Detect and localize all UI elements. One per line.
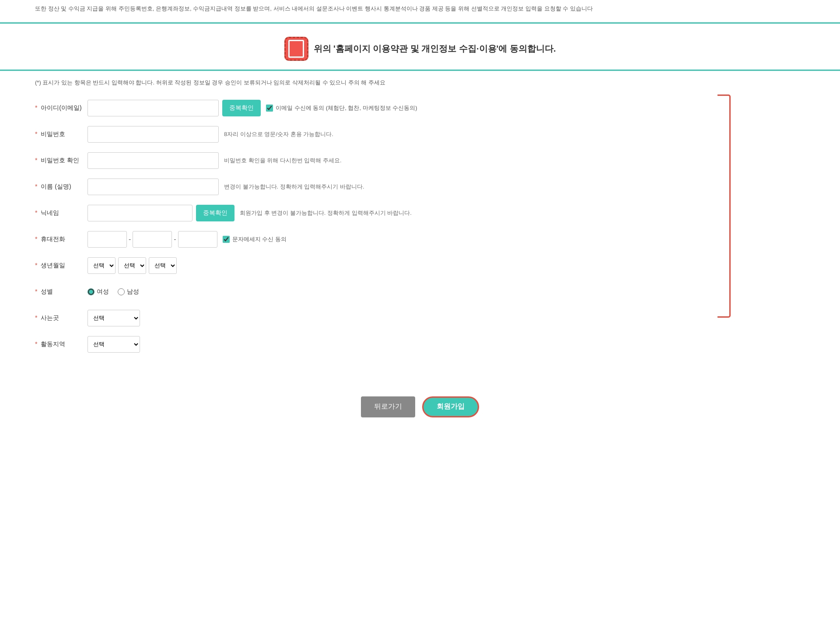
required-notice-text: (*) 표시가 있는 항목은 반드시 입력해야 합니다. 허위로 작성된 정보일… bbox=[35, 79, 385, 86]
birthdate-row: * 생년월일 선택 선택 선택 bbox=[35, 256, 805, 275]
birthdate-month-select[interactable]: 선택 bbox=[118, 257, 146, 274]
form-section: * 아이디(이메일) 중복확인 이메일 수신에 동의 (체험단, 협찬, 마케팅… bbox=[0, 95, 840, 379]
password-label: * 비밀번호 bbox=[35, 130, 88, 138]
password-confirm-hint: 비밀번호 확인을 위해 다시한번 입력해 주세요. bbox=[224, 157, 342, 165]
phone-part3-input[interactable] bbox=[178, 231, 217, 248]
password-confirm-row: * 비밀번호 확인 비밀번호 확인을 위해 다시한번 입력해 주세요. bbox=[35, 151, 805, 170]
nickname-input[interactable] bbox=[88, 205, 192, 221]
gender-male-item[interactable]: 남성 bbox=[118, 288, 139, 296]
required-notice: (*) 표시가 있는 항목은 반드시 입력해야 합니다. 허위로 작성된 정보일… bbox=[0, 71, 840, 95]
password-hint: 8자리 이상으로 영문/숫자 혼용 가능합니다. bbox=[224, 130, 333, 138]
name-required-star: * bbox=[35, 183, 37, 190]
name-hint: 변경이 불가능합니다. 정확하게 입력해주시기 바랍니다. bbox=[224, 183, 364, 191]
top-notice: 또한 정산 및 수익금 지급을 위해 주민등록번호, 은행계좌정보, 수익금지급… bbox=[0, 0, 840, 24]
gender-female-label: 여성 bbox=[97, 288, 109, 296]
red-bracket-annotation bbox=[718, 95, 731, 318]
id-duplicate-button[interactable]: 중복확인 bbox=[222, 100, 261, 116]
birthdate-selects: 선택 선택 선택 bbox=[88, 257, 177, 274]
password-confirm-label: * 비밀번호 확인 bbox=[35, 157, 88, 165]
nickname-row: * 닉네임 중복확인 회원가입 후 변경이 불가능합니다. 정확하게 입력해주시… bbox=[35, 204, 805, 222]
nickname-duplicate-button[interactable]: 중복확인 bbox=[196, 205, 234, 221]
back-button[interactable]: 뒤로가기 bbox=[361, 396, 415, 417]
nickname-label: * 닉네임 bbox=[35, 209, 88, 217]
agreement-icon bbox=[284, 37, 308, 61]
password-confirm-input[interactable] bbox=[88, 152, 219, 169]
nickname-hint: 회원가입 후 변경이 불가능합니다. 정확하게 입력해주시기 바랍니다. bbox=[240, 209, 412, 217]
gender-row: * 성별 여성 남성 bbox=[35, 283, 805, 301]
agreement-text: 위의 '홈페이지 이용약관 및 개인정보 수집·이용'에 동의합니다. bbox=[314, 43, 556, 55]
sms-consent-label: 문자메세지 수신 동의 bbox=[232, 235, 287, 243]
gender-label: * 성별 bbox=[35, 288, 88, 296]
gender-male-label: 남성 bbox=[127, 288, 139, 296]
phone-row: * 휴대전화 - - 문자메세지 수신 동의 bbox=[35, 230, 805, 249]
activity-row: * 활동지역 선택 bbox=[35, 335, 805, 354]
password-row: * 비밀번호 8자리 이상으로 영문/숫자 혼용 가능합니다. bbox=[35, 125, 805, 144]
phone-part1-input[interactable] bbox=[88, 231, 127, 248]
birthdate-year-select[interactable]: 선택 bbox=[88, 257, 116, 274]
phone-sep1: - bbox=[129, 235, 131, 243]
id-row: * 아이디(이메일) 중복확인 이메일 수신에 동의 (체험단, 협찬, 마케팅… bbox=[35, 99, 805, 117]
email-consent-area: 이메일 수신에 동의 (체험단, 협찬, 마케팅정보 수신동의) bbox=[266, 104, 417, 112]
email-consent-label: 이메일 수신에 동의 (체험단, 협찬, 마케팅정보 수신동의) bbox=[276, 104, 417, 112]
nickname-required-star: * bbox=[35, 209, 37, 216]
activity-required-star: * bbox=[35, 340, 37, 347]
phone-part2-input[interactable] bbox=[133, 231, 172, 248]
gender-female-radio[interactable] bbox=[88, 288, 94, 295]
email-consent-checkbox[interactable] bbox=[266, 105, 273, 112]
sms-consent-checkbox[interactable] bbox=[223, 236, 230, 243]
location-row: * 사는곳 선택 bbox=[35, 309, 805, 327]
activity-label: * 활동지역 bbox=[35, 340, 88, 348]
register-button[interactable]: 회원가입 bbox=[422, 396, 479, 417]
top-notice-text: 또한 정산 및 수익금 지급을 위해 주민등록번호, 은행계좌정보, 수익금지급… bbox=[35, 5, 593, 12]
password-input[interactable] bbox=[88, 126, 219, 143]
gender-radios: 여성 남성 bbox=[88, 288, 139, 296]
button-area: 뒤로가기 회원가입 bbox=[0, 379, 840, 444]
location-required-star: * bbox=[35, 314, 37, 321]
id-required-star: * bbox=[35, 104, 37, 111]
phone-required-star: * bbox=[35, 235, 37, 242]
password-required-star: * bbox=[35, 130, 37, 137]
activity-select[interactable]: 선택 bbox=[88, 336, 140, 353]
id-label: * 아이디(이메일) bbox=[35, 104, 88, 112]
name-input[interactable] bbox=[88, 179, 219, 195]
birthdate-label: * 생년월일 bbox=[35, 262, 88, 270]
location-select[interactable]: 선택 bbox=[88, 310, 140, 326]
id-input[interactable] bbox=[88, 100, 219, 116]
gender-female-item[interactable]: 여성 bbox=[88, 288, 109, 296]
location-label: * 사는곳 bbox=[35, 314, 88, 322]
phone-inputs: - - bbox=[88, 231, 217, 248]
password-confirm-required-star: * bbox=[35, 157, 37, 164]
name-label: * 이름 (실명) bbox=[35, 183, 88, 191]
gender-required-star: * bbox=[35, 288, 37, 295]
gender-male-radio[interactable] bbox=[118, 288, 125, 295]
phone-label: * 휴대전화 bbox=[35, 235, 88, 243]
name-row: * 이름 (실명) 변경이 불가능합니다. 정확하게 입력해주시기 바랍니다. bbox=[35, 178, 805, 196]
agreement-section: 위의 '홈페이지 이용약관 및 개인정보 수집·이용'에 동의합니다. bbox=[0, 24, 840, 71]
birthdate-required-star: * bbox=[35, 262, 37, 269]
phone-sep2: - bbox=[174, 235, 176, 243]
sms-consent-area: 문자메세지 수신 동의 bbox=[223, 235, 287, 243]
birthdate-day-select[interactable]: 선택 bbox=[149, 257, 177, 274]
